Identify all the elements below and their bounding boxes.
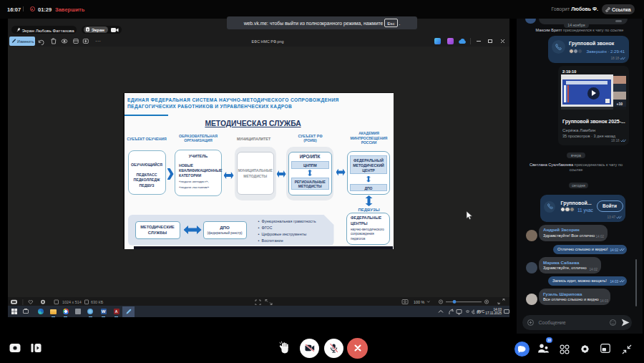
svg-text:100 %: 100 % [414, 300, 424, 304]
svg-text:630 КБ: 630 КБ [91, 300, 104, 304]
svg-text:1024 x 514: 1024 x 514 [62, 300, 82, 304]
svg-text:···: ··· [95, 38, 101, 44]
